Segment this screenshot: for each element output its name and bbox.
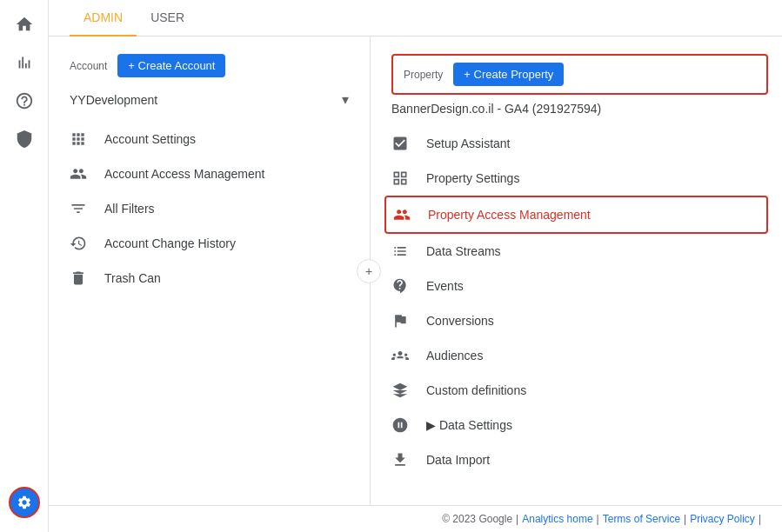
menu-property-settings-label: Property Settings	[426, 171, 519, 185]
left-navigation	[0, 0, 49, 532]
menu-conversions-label: Conversions	[426, 314, 494, 328]
tab-user[interactable]: USER	[137, 0, 198, 37]
menu-events[interactable]: Events	[371, 269, 782, 303]
admin-panel: Account + Create Account YYDevelopment ▾…	[49, 37, 782, 505]
menu-account-access-label: Account Access Management	[104, 167, 264, 181]
menu-data-settings[interactable]: ▶ Data Settings	[371, 408, 782, 442]
menu-conversions[interactable]: Conversions	[371, 303, 782, 338]
nav-bottom-area	[9, 487, 40, 518]
property-header-area: Property + Create Property BannerDesign.…	[371, 54, 782, 126]
nav-explore-icon[interactable]	[7, 83, 42, 118]
events-icon	[391, 277, 412, 295]
data-streams-icon	[391, 243, 412, 260]
nav-reports-icon[interactable]	[7, 45, 42, 80]
menu-data-import-label: Data Import	[426, 453, 490, 467]
menu-account-settings-label: Account Settings	[104, 132, 196, 146]
audiences-icon	[391, 347, 412, 364]
footer-privacy-link[interactable]: Privacy Policy	[690, 513, 755, 525]
menu-custom-definitions-label: Custom definitions	[426, 383, 526, 397]
account-label: Account	[70, 60, 107, 72]
footer: © 2023 Google | Analytics home | Terms o…	[49, 505, 782, 532]
main-content: ADMIN USER Account + Create Account YYDe…	[49, 0, 782, 532]
menu-data-settings-label: ▶ Data Settings	[426, 418, 512, 432]
menu-property-access[interactable]: Property Access Management	[384, 196, 768, 234]
menu-audiences-label: Audiences	[426, 349, 483, 362]
menu-setup-assistant-label: Setup Assistant	[426, 136, 511, 150]
menu-all-filters[interactable]: All Filters	[49, 191, 370, 226]
nav-advertising-icon[interactable]	[7, 122, 42, 156]
menu-trash[interactable]: Trash Can	[49, 261, 370, 296]
property-value: BannerDesign.co.il - GA4 (291927594)	[391, 95, 768, 119]
menu-custom-definitions[interactable]: Custom definitions	[371, 373, 782, 408]
footer-sep-1: |	[516, 513, 518, 525]
footer-analytics-home-link[interactable]: Analytics home	[522, 513, 592, 525]
nav-home-icon[interactable]	[7, 7, 42, 42]
menu-setup-assistant[interactable]: Setup Assistant	[371, 126, 782, 161]
create-property-button[interactable]: + Create Property	[453, 63, 564, 86]
account-dropdown-value: YYDevelopment	[70, 93, 335, 107]
trash-icon	[70, 269, 90, 287]
property-header-box: Property + Create Property	[391, 54, 768, 95]
setup-assistant-icon	[391, 135, 412, 152]
footer-sep-2: |	[597, 513, 599, 525]
create-account-button[interactable]: + Create Account	[117, 54, 225, 77]
menu-change-history-label: Account Change History	[104, 236, 236, 250]
menu-data-import[interactable]: Data Import	[371, 442, 782, 477]
menu-trash-label: Trash Can	[104, 271, 161, 285]
account-dropdown-arrow-icon[interactable]: ▾	[342, 91, 349, 108]
menu-account-settings[interactable]: Account Settings	[49, 122, 370, 156]
menu-change-history[interactable]: Account Change History	[49, 226, 370, 261]
menu-account-access[interactable]: Account Access Management	[49, 156, 370, 191]
expand-columns-icon[interactable]: +	[357, 259, 381, 283]
menu-data-streams-label: Data Streams	[426, 244, 501, 258]
property-access-icon	[393, 206, 414, 223]
tabs-bar: ADMIN USER	[49, 0, 782, 37]
menu-property-settings[interactable]: Property Settings	[371, 161, 782, 196]
menu-audiences[interactable]: Audiences	[371, 338, 782, 373]
conversions-icon	[391, 312, 412, 329]
account-column: Account + Create Account YYDevelopment ▾…	[49, 37, 371, 505]
property-settings-icon	[391, 170, 412, 187]
menu-all-filters-label: All Filters	[104, 202, 155, 216]
property-label: Property	[404, 69, 443, 81]
custom-definitions-icon	[391, 382, 412, 399]
filter-icon	[70, 200, 90, 217]
footer-terms-link[interactable]: Terms of Service	[603, 513, 680, 525]
menu-events-label: Events	[426, 279, 464, 293]
footer-sep-4: |	[759, 513, 761, 525]
tab-admin[interactable]: ADMIN	[70, 0, 137, 37]
data-settings-icon	[391, 416, 412, 434]
settings-button[interactable]	[9, 487, 40, 518]
footer-copyright: © 2023 Google	[442, 513, 512, 525]
property-column: Property + Create Property BannerDesign.…	[371, 37, 782, 505]
account-dropdown-row: YYDevelopment ▾	[49, 91, 370, 122]
history-icon	[70, 235, 90, 252]
account-access-icon	[70, 165, 90, 183]
menu-property-access-label: Property Access Management	[428, 208, 591, 222]
account-settings-icon	[70, 130, 90, 148]
menu-data-streams[interactable]: Data Streams	[371, 234, 782, 269]
account-header: Account + Create Account	[49, 54, 370, 91]
footer-sep-3: |	[684, 513, 686, 525]
data-import-icon	[391, 451, 412, 469]
property-header-inner: Property + Create Property	[404, 63, 564, 86]
